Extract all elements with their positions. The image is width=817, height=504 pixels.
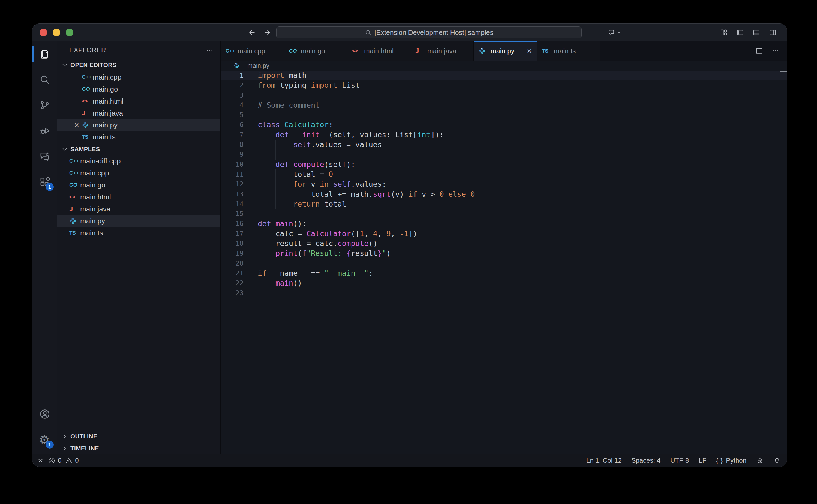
minimize-window-button[interactable]	[53, 29, 60, 36]
code-line-6[interactable]: 6class Calculator:	[221, 120, 787, 130]
status-text: 0	[58, 457, 61, 464]
more-editor-actions-icon[interactable]	[771, 47, 780, 55]
activity-badge: 1	[46, 183, 54, 191]
code-text: def main():	[258, 219, 307, 228]
code-line-23[interactable]: 23	[221, 288, 787, 298]
more-actions-icon[interactable]	[206, 46, 214, 54]
status-item-lf[interactable]: LF	[699, 457, 706, 464]
line-number: 16	[221, 219, 244, 229]
close-editor-button[interactable]: ×	[71, 121, 82, 129]
file-item-main.ts[interactable]: TSmain.ts	[57, 227, 220, 239]
code-line-18[interactable]: 18 result = calc.compute()	[221, 239, 787, 248]
forward-icon[interactable]	[263, 28, 271, 37]
toggle-primary-sidebar-icon[interactable]	[736, 28, 744, 37]
status-item-spaces-4[interactable]: Spaces: 4	[632, 457, 661, 464]
code-editor[interactable]: 1import math2from typing import List34# …	[221, 71, 787, 454]
status-item-utf-8[interactable]: UTF-8	[670, 457, 689, 464]
chat-toggle[interactable]	[608, 28, 622, 37]
code-line-4[interactable]: 4# Some comment	[221, 100, 787, 110]
code-text: # Some comment	[258, 101, 320, 109]
file-item-main.cpp[interactable]: C++main.cpp	[57, 167, 220, 179]
tab-main.cpp[interactable]: C++main.cpp	[221, 41, 284, 61]
code-line-21[interactable]: 21if __name__ == "__main__":	[221, 268, 787, 278]
activity-item-explorer[interactable]	[32, 41, 57, 67]
activity-item-accounts[interactable]	[32, 401, 57, 427]
code-line-22[interactable]: 22 main()	[221, 278, 787, 288]
code-line-14[interactable]: 14 return total	[221, 199, 787, 209]
activity-item-settings[interactable]: ⚙1	[32, 427, 57, 453]
activity-item-search[interactable]	[32, 67, 57, 92]
indent-guide	[258, 189, 258, 199]
code-line-11[interactable]: 11 total = 0	[221, 169, 787, 179]
status-item-braces[interactable]: { }Python	[716, 457, 746, 464]
section-header-samples[interactable]: SAMPLES	[57, 143, 220, 155]
status-item-warning[interactable]: 0	[65, 457, 78, 464]
status-item-bell[interactable]	[773, 457, 781, 464]
braces-icon: { }	[716, 457, 724, 464]
section-label: OUTLINE	[70, 433, 97, 440]
tab-main.html[interactable]: <>main.html	[347, 41, 410, 61]
activity-item-chat[interactable]	[32, 144, 57, 169]
file-item-main-diff.cpp[interactable]: C++main-diff.cpp	[57, 155, 220, 167]
back-icon[interactable]	[248, 28, 256, 37]
zoom-window-button[interactable]	[66, 29, 73, 36]
code-line-15[interactable]: 15	[221, 209, 787, 219]
warning-icon	[65, 457, 72, 464]
code-line-2[interactable]: 2from typing import List	[221, 80, 787, 90]
status-item-copilot[interactable]	[756, 457, 764, 464]
split-editor-icon[interactable]	[755, 47, 763, 55]
file-item-main.py[interactable]: ×main.py	[57, 119, 220, 131]
section-header-timeline[interactable]: TIMELINE	[57, 442, 220, 454]
breadcrumb[interactable]: main.py	[221, 61, 787, 71]
code-line-19[interactable]: 19 print(f"Result: {result}")	[221, 248, 787, 258]
tab-main.ts[interactable]: TSmain.ts	[537, 41, 600, 61]
code-line-16[interactable]: 16def main():	[221, 219, 787, 229]
code-line-9[interactable]: 9	[221, 150, 787, 159]
code-line-10[interactable]: 10 def compute(self):	[221, 160, 787, 169]
status-item-ln-1-col-12[interactable]: Ln 1, Col 12	[586, 457, 622, 464]
file-item-main.html[interactable]: <>main.html	[57, 191, 220, 203]
code-line-13[interactable]: 13 total += math.sqrt(v) if v > 0 else 0	[221, 189, 787, 199]
code-line-20[interactable]: 20	[221, 259, 787, 268]
file-item-main.py[interactable]: main.py	[57, 215, 220, 227]
file-name: main.go	[93, 85, 118, 93]
code-line-12[interactable]: 12 for v in self.values:	[221, 179, 787, 189]
activity-item-extensions[interactable]: 1	[32, 169, 57, 195]
tab-main.py[interactable]: main.py×	[474, 41, 537, 61]
close-window-button[interactable]	[40, 29, 47, 36]
code-line-7[interactable]: 7 def __init__(self, values: List[int]):	[221, 130, 787, 140]
section-header-outline[interactable]: OUTLINE	[57, 430, 220, 442]
tab-main.java[interactable]: Jmain.java	[410, 41, 474, 61]
indent-guide	[258, 179, 258, 189]
file-item-main.java[interactable]: Jmain.java	[57, 203, 220, 215]
activity-bar: 1 ⚙1	[32, 41, 57, 454]
file-item-main.cpp[interactable]: C++main.cpp	[57, 71, 220, 83]
code-line-8[interactable]: 8 self.values = values	[221, 140, 787, 150]
file-name: main.cpp	[93, 73, 122, 81]
file-item-main.go[interactable]: GOmain.go	[57, 83, 220, 95]
file-item-main.ts[interactable]: TSmain.ts	[57, 131, 220, 143]
activity-item-run-debug[interactable]	[32, 118, 57, 144]
file-item-main.java[interactable]: Jmain.java	[57, 107, 220, 119]
activity-item-source-control[interactable]	[32, 92, 57, 118]
code-line-1[interactable]: 1import math	[221, 71, 787, 80]
command-center-search[interactable]: [Extension Development Host] samples	[276, 26, 582, 38]
file-item-main.html[interactable]: <>main.html	[57, 95, 220, 107]
status-item-error[interactable]: 0	[48, 457, 61, 464]
tab-main.go[interactable]: GOmain.go	[284, 41, 347, 61]
file-name: main.ts	[80, 229, 103, 237]
activity-badge: 1	[46, 441, 54, 449]
code-line-5[interactable]: 5	[221, 110, 787, 120]
line-number: 6	[221, 120, 244, 130]
code-line-17[interactable]: 17 calc = Calculator([1, 4, 9, -1])	[221, 229, 787, 239]
toggle-secondary-sidebar-icon[interactable]	[769, 28, 777, 37]
indent-guide	[258, 150, 258, 159]
toggle-panel-icon[interactable]	[752, 28, 761, 37]
cpp-file-icon: C++	[82, 74, 93, 80]
customize-layout-icon[interactable]	[720, 28, 728, 37]
status-item-remote[interactable]	[37, 457, 44, 464]
code-line-3[interactable]: 3	[221, 90, 787, 100]
file-item-main.go[interactable]: GOmain.go	[57, 179, 220, 191]
section-header-open-editors[interactable]: OPEN EDITORS	[57, 59, 220, 71]
close-tab-icon[interactable]: ×	[527, 47, 532, 55]
